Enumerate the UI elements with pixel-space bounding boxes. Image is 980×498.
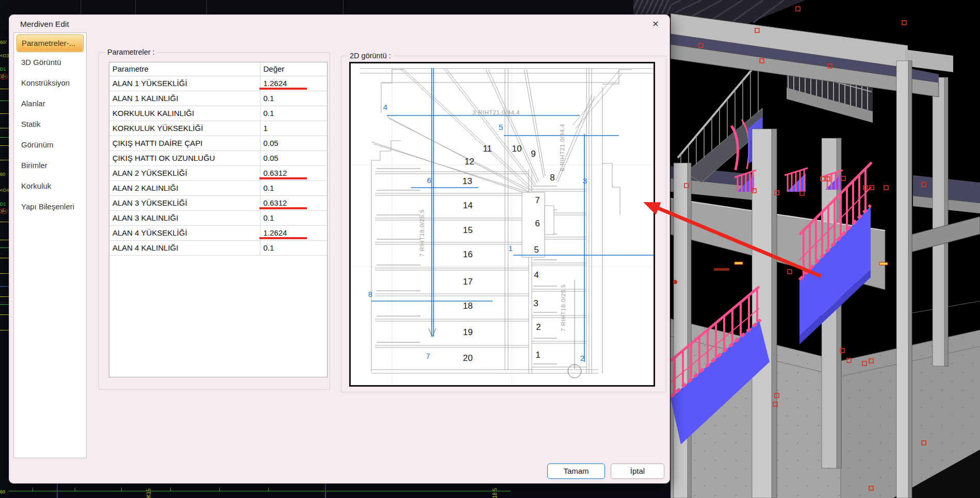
- step-number: 4: [534, 270, 538, 280]
- param-value-cell[interactable]: 0.05: [260, 151, 327, 165]
- sidebar-item-yap-bile-enleri[interactable]: Yapı Bileşenleri: [14, 196, 86, 217]
- red-underline-annotation: [259, 237, 307, 239]
- cancel-button[interactable]: İptal: [611, 463, 664, 479]
- parameters-group-label: Parametreler :: [105, 48, 157, 56]
- table-row[interactable]: ALAN 4 KALINLIĞI0.1: [109, 240, 327, 255]
- param-value-text: 0.05: [264, 154, 279, 162]
- param-value-text: 1: [264, 124, 268, 132]
- table-row[interactable]: ÇIKIŞ HATTI DAİRE ÇAPI0.05: [109, 136, 327, 151]
- table-row[interactable]: ALAN 2 KALINLIĞI0.1: [109, 180, 327, 195]
- step-number: 13: [463, 176, 472, 187]
- param-value-cell[interactable]: 0.1: [260, 240, 327, 255]
- close-icon[interactable]: ✕: [650, 19, 661, 29]
- riht-label: 7 RIHT18.0/25.5: [419, 209, 425, 257]
- param-value-cell[interactable]: 0.1: [260, 91, 327, 106]
- param-name: ALAN 1 KALINLIĞI: [109, 91, 260, 106]
- param-value-cell[interactable]: 0.1: [260, 180, 327, 195]
- cad-line: [0, 330, 9, 330]
- cad-line: [0, 314, 9, 315]
- axis-label: 5: [499, 123, 503, 131]
- cad-gridline: [206, 0, 207, 14]
- 2d-view-groupbox: 2D görüntü :: [341, 56, 666, 392]
- axis-label: 8: [368, 290, 372, 298]
- cad-line: [0, 222, 9, 222]
- table-row[interactable]: ALAN 2 YÜKSEKLİĞİ0.6312: [109, 165, 327, 180]
- param-value-cell[interactable]: 1.2624: [260, 76, 327, 91]
- sidebar-item-g-r-n-m[interactable]: Görünüm: [14, 135, 86, 155]
- cad-background-top-strip: [9, 0, 671, 14]
- step-number: 7: [535, 195, 540, 206]
- step-number: 2: [536, 322, 541, 333]
- step-number: 20: [463, 353, 473, 363]
- riht-label: 6 RIHT21.0/44.4: [559, 124, 565, 171]
- cad-gridline: [80, 0, 81, 14]
- param-value-text: 0.1: [264, 213, 274, 222]
- param-value-cell[interactable]: 1.2624: [260, 225, 327, 240]
- dialog-sidebar: Parametreler-...3D GörüntüKonstrüksiyonA…: [13, 32, 87, 458]
- dialog-titlebar[interactable]: Merdiven Edit ✕: [9, 15, 669, 32]
- param-name: ALAN 3 KALINLIĞI: [109, 210, 260, 225]
- axis-label: 6: [427, 176, 431, 185]
- cad-line: [0, 137, 9, 138]
- axis-label: 2: [580, 354, 584, 362]
- stair-plan-panel[interactable]: 1213141516171819201110987654321456871323…: [349, 62, 655, 387]
- param-value-text: 0.1: [264, 109, 274, 118]
- sidebar-item-parametreler[interactable]: Parametreler-...: [17, 35, 84, 52]
- cad-tick: [75, 488, 75, 491]
- step-number: 3: [533, 298, 538, 309]
- table-row[interactable]: ALAN 4 YÜKSEKLİĞİ1.2624: [109, 225, 327, 240]
- table-row[interactable]: ALAN 1 YÜKSEKLİĞİ1.2624: [109, 76, 327, 91]
- cad-line: [0, 286, 9, 287]
- axis-label: 3: [583, 176, 587, 185]
- sidebar-item-konstr-ksiyon[interactable]: Konstrüksiyon: [14, 73, 86, 93]
- cad-line: [0, 258, 9, 258]
- cad-line: [0, 273, 9, 274]
- param-value-cell[interactable]: 0.1: [260, 210, 327, 225]
- cad-tick: [268, 488, 269, 491]
- cad-tick: [170, 488, 171, 491]
- table-row[interactable]: ALAN 1 KALINLIĞI0.1: [109, 91, 327, 106]
- step-number: 10: [512, 144, 522, 154]
- merdiven-edit-dialog: Merdiven Edit ✕ Parametreler-...3D Görün…: [9, 14, 670, 484]
- param-name: ALAN 4 YÜKSEKLİĞİ: [109, 225, 260, 240]
- sidebar-item-3d-g-r-nt[interactable]: 3D Görüntü: [14, 52, 86, 73]
- cad-text-fragment: D1: [0, 202, 6, 207]
- riht-label: 7 RIHT18.0/25.5: [560, 284, 566, 331]
- sidebar-item-statik[interactable]: Statik: [14, 114, 86, 135]
- red-dot-marker: [673, 280, 677, 284]
- param-value-cell[interactable]: 0.05: [260, 136, 327, 151]
- step-number: 16: [463, 250, 473, 260]
- 3d-model-view[interactable]: [671, 0, 980, 498]
- table-header-row: Parametre Değer: [109, 62, 327, 76]
- column-header-parametre[interactable]: Parametre: [109, 62, 260, 76]
- param-value-cell[interactable]: 1: [260, 121, 327, 136]
- cad-text-fragment: 60/: [0, 40, 7, 45]
- step-number: 15: [463, 225, 473, 236]
- parameters-table-wrap: Parametre Değer ALAN 1 YÜKSEKLİĞİ1.2624A…: [109, 62, 328, 377]
- param-value-text: 0.6312: [264, 169, 287, 177]
- ok-button[interactable]: Tamam: [547, 463, 605, 479]
- param-value-cell[interactable]: 0.6312: [260, 165, 327, 180]
- sidebar-item-korkuluk[interactable]: Korkuluk: [14, 176, 86, 196]
- param-value-cell[interactable]: 0.6312: [260, 195, 327, 210]
- parameters-groupbox: Parametreler : Parametre Değer ALAN 1 YÜ…: [99, 52, 330, 390]
- cad-line: [0, 247, 9, 248]
- table-row[interactable]: KORKULUK KALINLIĞI0.1: [109, 106, 327, 121]
- param-name: KORKULUK YÜKSEKLİĞİ: [109, 121, 260, 136]
- red-underline-annotation: [259, 177, 307, 179]
- dialog-title: Merdiven Edit: [20, 20, 69, 29]
- table-row[interactable]: ALAN 3 KALINLIĞI0.1: [109, 210, 327, 225]
- sidebar-item-birimler[interactable]: Birimler: [14, 155, 86, 176]
- cad-tick: [121, 488, 122, 491]
- table-row[interactable]: ALAN 3 YÜKSEKLİĞİ0.6312: [109, 195, 327, 210]
- table-row[interactable]: KORKULUK YÜKSEKLİĞİ1: [109, 121, 327, 136]
- cad-gridline: [135, 0, 136, 14]
- param-value-text: 1.2624: [264, 228, 287, 237]
- param-value-cell[interactable]: 0.1: [260, 106, 327, 121]
- red-underline-annotation: [259, 207, 307, 209]
- column-header-deger[interactable]: Değer: [260, 62, 327, 76]
- sidebar-item-alanlar[interactable]: Alanlar: [14, 93, 86, 114]
- param-value-text: 0.1: [264, 184, 274, 192]
- table-row[interactable]: ÇIKIŞ HATTI OK UZUNLUĞU0.05: [109, 151, 327, 165]
- parameters-table: Parametre Değer ALAN 1 YÜKSEKLİĞİ1.2624A…: [109, 62, 327, 256]
